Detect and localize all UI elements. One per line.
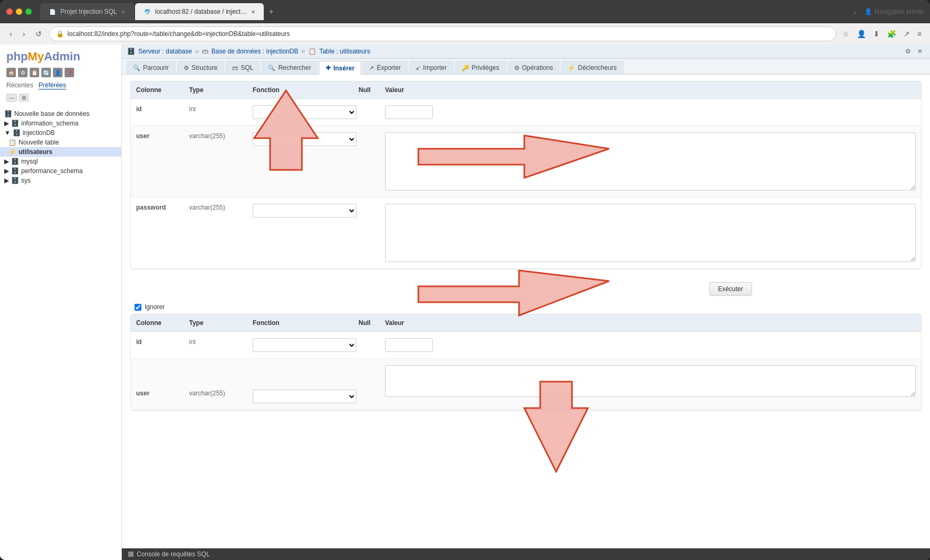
browser-tab-1[interactable]: 📄 Projet Injection SQL ✕ [40,3,134,20]
cell-id-value-2 [384,336,917,354]
tab-privileges[interactable]: 🔑 Privilèges [455,61,506,74]
sidebar-icon-1[interactable]: 🏠 [6,68,16,77]
cell-password-null-1 [357,202,384,206]
form-row-password-1: password varchar(255) [131,197,921,269]
id-function-select-2[interactable] [253,338,356,352]
sidebar-tab-preferees[interactable]: Préférées [39,82,66,89]
sidebar-icon-3[interactable]: 📋 [30,68,39,77]
tree-item-nouvelle-base[interactable]: 🗄️ Nouvelle base de données [0,109,121,119]
execute-button-1[interactable]: Exécuter [709,282,752,296]
id-function-select-1[interactable] [253,105,356,119]
traffic-lights [6,8,32,15]
download-icon[interactable]: ⬇ [871,28,882,40]
profile-icon[interactable]: 👤 [855,28,868,40]
tree-icon-info: 🗄️ [11,120,19,127]
rechercher-label: Rechercher [278,64,311,71]
tree-item-injectiondb[interactable]: ▼ 🗄️ injectionDB [0,128,121,138]
sidebar-icon-5[interactable]: 👤 [53,68,62,77]
cell-user-null-2 [357,363,384,367]
password-value-textarea-1[interactable] [385,204,916,262]
sidebar-tab-recentes[interactable]: Récentes [6,82,33,89]
tab-structure[interactable]: ⚙ Structure [177,61,225,74]
bookmark-icon[interactable]: ☆ [840,28,852,40]
cell-id-function-1 [252,103,357,121]
collapse-all-button[interactable]: — [6,94,17,102]
tree-item-mysql[interactable]: ▶ 🗄️ mysql [0,157,121,166]
browser-window: 📄 Projet Injection SQL ✕ 🐬 localhost:82 … [0,0,930,560]
sql-console-icon [128,552,133,557]
breadcrumb-table[interactable]: Table : utilisateurs [319,48,370,55]
tree-toggle-info: ▶ [4,120,9,127]
lock-icon: 🔒 [56,30,64,38]
maximize-traffic-light[interactable] [25,8,32,15]
breadcrumb-database[interactable]: Base de données : injectionDB [211,48,298,55]
private-mode-button[interactable]: 👤 Navigation privée [864,8,924,15]
breadcrumb-server[interactable]: Serveur : database [138,48,192,55]
nav-icons: ☆ 👤 ⬇ 🧩 ↗ ≡ [840,28,924,40]
tab-2-close[interactable]: ✕ [251,9,255,15]
tree-item-performance-schema[interactable]: ▶ 🗄️ performance_schema [0,166,121,176]
cell-user-name-1: user [135,130,188,142]
sidebar-icon-4[interactable]: 🔄 [41,68,51,77]
tab-navigation: 🔍 Parcourir ⚙ Structure 🗃 SQL 🔍 Recherch… [122,59,930,75]
col-header-type-2: Type [188,317,252,329]
tab-sql[interactable]: 🗃 SQL [225,61,260,74]
tab-parcourir[interactable]: 🔍 Parcourir [126,61,176,74]
browser-tab-2[interactable]: 🐬 localhost:82 / database / inject… ✕ [135,3,264,20]
user-value-textarea-2[interactable] [385,365,916,397]
new-tab-button[interactable]: + [265,5,278,18]
menu-icon[interactable]: ≡ [915,28,924,40]
user-function-select-1[interactable] [253,132,356,146]
tab-exporter[interactable]: ↗ Exporter [362,61,407,74]
parcourir-label: Parcourir [143,64,169,71]
minimize-traffic-light[interactable] [16,8,22,15]
declencheurs-label: Déclencheurs [578,64,616,71]
id-value-input-1[interactable] [385,105,433,119]
pma-logo-php: php [6,50,28,63]
expand-all-button[interactable]: ⊞ [19,94,29,102]
tab-declencheurs[interactable]: ⚡ Déclencheurs [561,61,623,74]
col-header-colonne-1: Colonne [135,84,188,96]
ignore-label: Ignorer [145,303,165,311]
tab-inserer[interactable]: ✚ Insérer [319,61,361,75]
col-header-null-2: Null [357,317,384,329]
password-function-select-1[interactable] [253,204,356,218]
tree-icon-nouvelle-base: 🗄️ [4,110,12,118]
breadcrumb-db-icon: 🗃 [202,48,208,55]
importer-icon: ↙ [416,65,421,71]
sql-console-bar[interactable]: Console de requêtes SQL [122,548,930,560]
collapse-panel-button[interactable]: ✕ [915,47,925,56]
tab-1-close[interactable]: ✕ [121,9,126,15]
tree-item-utilisateurs[interactable]: ⚡ utilisateurs [0,147,121,157]
tree-toggle-perf: ▶ [4,167,9,175]
reload-button[interactable]: ↺ [32,28,45,40]
sidebar-icon-2[interactable]: ⚙ [18,68,28,77]
forward-button[interactable]: › [20,28,29,40]
inserer-icon: ✚ [326,65,330,71]
sidebar-icon-6[interactable]: ❓ [65,68,74,77]
tabs-chevron-icon[interactable]: ⌄ [853,8,858,15]
exporter-label: Exporter [377,64,400,71]
extensions-icon[interactable]: 🧩 [885,28,898,40]
ignore-checkbox[interactable] [135,304,141,311]
tab-operations[interactable]: ⚙ Opérations [507,61,560,74]
rechercher-icon: 🔍 [268,65,275,71]
tree-item-information-schema[interactable]: ▶ 🗄️ information_schema [0,119,121,128]
settings-button[interactable]: ⚙ [903,47,913,56]
address-bar[interactable]: 🔒 localhost:82/index.php?route=/table/ch… [49,26,836,41]
tab-rechercher[interactable]: 🔍 Rechercher [261,61,318,74]
close-traffic-light[interactable] [6,8,13,15]
content-area: Colonne Type Fonction Null Valeur id int [122,75,930,548]
cell-user-type-1: varchar(255) [188,130,252,142]
id-value-input-2[interactable] [385,338,433,352]
tree-item-sys[interactable]: ▶ 🗄️ sys [0,176,121,185]
tab-importer[interactable]: ↙ Importer [409,61,454,74]
back-button[interactable]: ‹ [6,28,15,40]
cell-id-type-2: int [188,336,252,348]
user-function-select-2[interactable] [253,390,356,403]
inserer-label: Insérer [333,65,354,72]
pma-logo-admin: Admin [44,50,80,63]
share-icon[interactable]: ↗ [901,28,912,40]
tree-item-nouvelle-table[interactable]: 📋 Nouvelle table [0,138,121,147]
user-value-textarea-1[interactable] [385,132,916,191]
